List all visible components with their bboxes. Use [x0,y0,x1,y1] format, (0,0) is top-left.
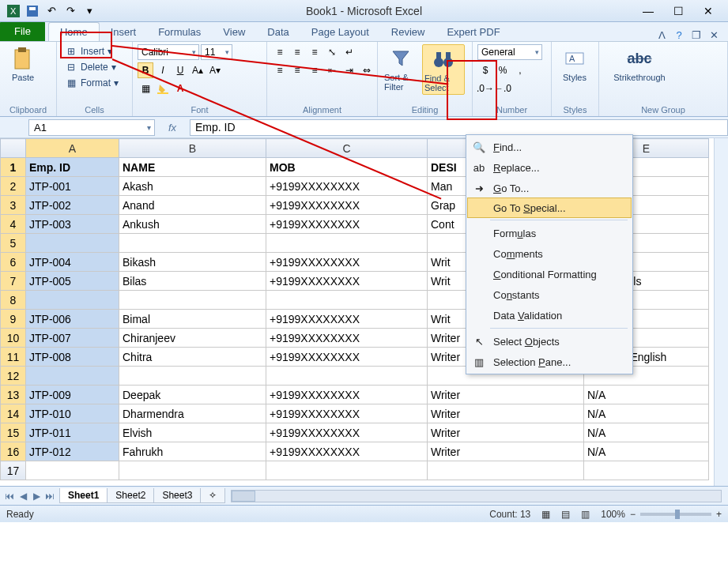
cell[interactable]: +9199XXXXXXXX [266,423,428,442]
cell[interactable]: Fahrukh [119,442,266,461]
save-icon[interactable] [24,2,41,20]
table-row[interactable]: 15JTP-011Elvish+9199XXXXXXXXWriterN/A [1,423,709,442]
fx-icon[interactable]: fx [163,122,182,134]
cell[interactable]: JTP-008 [26,348,119,367]
cell[interactable]: +9199XXXXXXXX [266,196,428,215]
cell[interactable]: +9199XXXXXXXX [266,348,428,367]
table-row[interactable]: 13JTP-009Deepak+9199XXXXXXXXWriterN/A [1,386,709,404]
align-middle-button[interactable]: ≡ [289,44,305,60]
close-button[interactable]: ✕ [696,2,720,20]
sort-filter-button[interactable]: Sort & Filter [383,44,419,93]
currency-button[interactable]: $ [477,62,493,78]
decrease-decimal-button[interactable]: ←.0 [495,81,511,96]
cell[interactable]: Elvish [119,423,266,442]
tab-review[interactable]: Review [380,23,436,41]
maximize-button[interactable]: ☐ [666,2,690,20]
sheet-tab-3[interactable]: Sheet3 [153,488,201,503]
excel-icon[interactable]: X [5,2,22,20]
tab-data[interactable]: Data [256,23,300,41]
minimize-ribbon-icon[interactable]: ᐱ [655,28,668,41]
undo-icon[interactable]: ↶ [43,2,60,20]
paste-button[interactable]: Paste [5,44,41,84]
row-header[interactable]: 16 [1,442,26,461]
help-icon[interactable]: ? [673,28,685,41]
row-header[interactable]: 13 [1,386,26,404]
tab-file[interactable]: File [0,21,45,41]
cell[interactable]: Bilas [119,272,266,291]
tab-pagelayout[interactable]: Page Layout [300,23,380,41]
cell[interactable]: JTP-001 [26,177,119,196]
italic-button[interactable]: I [155,62,171,78]
cell[interactable]: JTP-010 [26,404,119,423]
cell[interactable]: JTP-007 [26,329,119,348]
sheet-nav-last-icon[interactable]: ⏭ [43,491,56,502]
cell[interactable]: JTP-009 [26,386,119,404]
col-header-c[interactable]: C [266,139,428,158]
cell[interactable]: JTP-002 [26,196,119,215]
zoom-level[interactable]: 100% [601,509,625,520]
row-header[interactable]: 12 [1,367,26,386]
cell[interactable] [266,461,428,480]
cell[interactable] [26,461,119,480]
redo-icon[interactable]: ↷ [62,2,79,20]
cell[interactable]: Deepak [119,386,266,404]
grow-font-button[interactable]: A▴ [190,62,206,78]
number-format-combo[interactable]: General [477,44,542,60]
sheet-tab-2[interactable]: Sheet2 [107,488,154,503]
sheet-nav-next-icon[interactable]: ▶ [30,491,43,502]
cells-delete-button[interactable]: ⊟Delete ▾ [62,60,122,74]
cell[interactable]: +9199XXXXXXXX [266,404,428,423]
cell[interactable] [266,234,428,253]
tab-home[interactable]: Home [48,22,100,41]
cell[interactable]: N/A [584,442,709,461]
row-header[interactable]: 8 [1,291,26,310]
styles-button[interactable]: A Styles [556,44,593,84]
increase-indent-button[interactable]: ⇥ [341,62,357,78]
close-workbook-icon[interactable]: ✕ [707,28,720,41]
row-header[interactable]: 4 [1,215,26,234]
row-header[interactable]: 14 [1,404,26,423]
cell[interactable]: Emp. ID [26,158,119,177]
tab-view[interactable]: View [212,23,256,41]
cell[interactable] [119,291,266,310]
menu-find[interactable]: 🔍Find... [468,137,631,157]
cells-format-button[interactable]: ▦Format ▾ [62,76,122,90]
cell[interactable] [266,367,428,386]
cell[interactable]: +9199XXXXXXXX [266,253,428,272]
percent-button[interactable]: % [495,62,511,78]
cell[interactable] [26,367,119,386]
col-header-b[interactable]: B [119,139,266,158]
shrink-font-button[interactable]: A▾ [207,62,223,78]
cell[interactable]: +9199XXXXXXXX [266,442,428,461]
zoom-in-button[interactable]: + [716,509,722,520]
cell[interactable]: NAME [119,158,266,177]
cell[interactable] [119,461,266,480]
tab-formulas[interactable]: Formulas [147,23,212,41]
row-header[interactable]: 17 [1,461,26,480]
cell[interactable] [584,461,709,480]
cell[interactable]: MOB [266,158,428,177]
vertical-scrollbar[interactable] [714,138,728,486]
row-header[interactable]: 9 [1,310,26,329]
cell[interactable]: Dharmendra [119,404,266,423]
cell[interactable]: Writer [428,404,584,423]
cell[interactable] [119,367,266,386]
name-box[interactable]: A1 [28,119,155,136]
cell[interactable]: N/A [584,423,709,442]
menu-data-validation[interactable]: Data Validation [468,305,631,325]
menu-formulas[interactable]: Formulas [468,223,631,243]
menu-conditional-formatting[interactable]: Conditional Formatting [468,264,631,284]
minimize-button[interactable]: — [636,2,660,20]
comma-button[interactable]: , [512,62,528,78]
cell[interactable]: JTP-003 [26,215,119,234]
view-normal-icon[interactable]: ▦ [541,509,550,520]
cell[interactable]: +9199XXXXXXXX [266,310,428,329]
cell[interactable]: +9199XXXXXXXX [266,329,428,348]
view-pagelayout-icon[interactable]: ▤ [561,509,570,520]
zoom-out-button[interactable]: − [630,509,636,520]
find-select-button[interactable]: Find & Select [423,45,464,94]
cell[interactable]: Ankush [119,215,266,234]
cell[interactable]: JTP-005 [26,272,119,291]
align-top-button[interactable]: ≡ [272,44,288,60]
row-header[interactable]: 5 [1,234,26,253]
